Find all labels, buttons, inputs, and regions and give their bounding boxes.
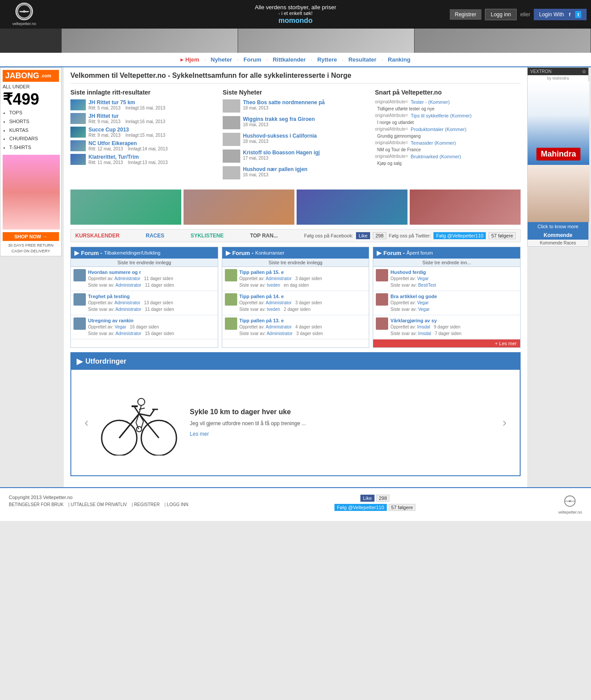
utfordringer-read-more-link[interactable]: Les mer bbox=[190, 431, 209, 437]
forum-creator-2-1[interactable]: Administrator bbox=[266, 276, 292, 281]
forum-svar-3-1[interactable]: BestiTest bbox=[418, 283, 436, 288]
forum-more-button[interactable]: + Les mer bbox=[373, 339, 520, 347]
forum-link-1-1[interactable]: Hvordan summere og r bbox=[88, 270, 141, 275]
footer: Copyright 2013 Veltepetter.no BETINGELSE… bbox=[0, 487, 591, 521]
news-date-4: 17 mai, 2013 bbox=[243, 156, 320, 160]
nav-nyheter[interactable]: Nyheter bbox=[207, 56, 235, 63]
register-button[interactable]: Registrer bbox=[450, 9, 482, 20]
forum-link-3-2[interactable]: Bra artikkel og gode bbox=[390, 294, 437, 299]
ritt-link-5[interactable]: Klatrerittet, Tur/Trim bbox=[88, 154, 168, 160]
footer-betingelser-link[interactable]: BETINGELSER FOR BRUK bbox=[9, 502, 63, 507]
forum-arrow-icon-2: ▶ bbox=[226, 249, 231, 256]
twitter-follow-button[interactable]: Følg @Veltepetter110 bbox=[433, 232, 486, 239]
ritt-link-4[interactable]: NC Utfor Eikerapen bbox=[88, 140, 168, 146]
news-thumb-3 bbox=[223, 133, 240, 146]
forum-link-3-3[interactable]: Vårklargjøring av sy bbox=[390, 318, 437, 323]
forum-svar-3-3[interactable]: Imsdal bbox=[418, 331, 431, 336]
news-link-3[interactable]: Hushovd-suksess i California bbox=[243, 133, 317, 139]
nav-resultater[interactable]: Resultater bbox=[345, 56, 380, 63]
news-date-5: 16 mai, 2013 bbox=[243, 172, 308, 177]
forum-creator-3-3[interactable]: Imsdal bbox=[417, 324, 430, 329]
forum-creator-3-2[interactable]: Vegar bbox=[417, 300, 429, 305]
forum-svar-1-1[interactable]: Administrator bbox=[115, 283, 141, 288]
left-sidebar: JABONG .com ALL UNDER ₹499 TOPS SHORTS K… bbox=[0, 67, 64, 487]
ritt-section-title: Siste innlagte ritt-resultater bbox=[70, 89, 216, 96]
jabong-shop-now-button[interactable]: SHOP NOW → bbox=[3, 232, 59, 241]
ritt-link-2[interactable]: JH Rittet tur bbox=[88, 113, 165, 119]
news-link-2[interactable]: Wiggins trakk seg fra Giroen bbox=[243, 116, 315, 122]
forum-link-2-2[interactable]: Tipp pallen på 14. e bbox=[239, 294, 284, 299]
forum-link-1-3[interactable]: Utregning av rankin bbox=[88, 318, 133, 323]
forum-creator-2-3[interactable]: Administrator bbox=[266, 324, 292, 329]
ritt-info-1: JH Rittet tur 75 km Ritt: 5 mai, 2013 In… bbox=[88, 99, 165, 110]
forum-item-info-2-1: Tipp pallen på 15. e Opprettet av: Admin… bbox=[239, 269, 322, 288]
footer-fb-like-button[interactable]: Like bbox=[360, 495, 374, 502]
forum-svar-1-3[interactable]: Administrator bbox=[115, 331, 141, 336]
forum-item-3-2: Bra artikkel og gode Opprettet av: Vegar… bbox=[373, 291, 520, 315]
loginwith-button[interactable]: Login With f t bbox=[534, 9, 587, 20]
footer-logg-inn-link[interactable]: LOGG INN bbox=[167, 502, 188, 507]
forum-link-1-2[interactable]: Treghet på testing bbox=[88, 294, 130, 299]
ritt-thumb-3 bbox=[70, 127, 86, 138]
social-links: Følg oss på Facebook: Like 298 Følg oss … bbox=[304, 232, 516, 239]
forum-meta-1-2: Opprettet av: Administrator 13 dager sid… bbox=[88, 299, 174, 313]
forum-creator-1-2[interactable]: Administrator bbox=[114, 300, 140, 305]
news-thumb-4 bbox=[223, 149, 240, 163]
forum-creator-1-1[interactable]: Administrator bbox=[114, 276, 140, 281]
tw-follow-label: Følg @Veltepetter110 bbox=[436, 233, 483, 238]
forum-svar-2-1[interactable]: tveden bbox=[267, 283, 280, 288]
carousel-prev-button[interactable]: ‹ bbox=[80, 411, 93, 434]
forum-creator-1-3[interactable]: Vegar bbox=[115, 324, 126, 329]
snart-link-9[interactable]: Bruktmarked (Kommer) bbox=[411, 154, 461, 159]
news-link-5[interactable]: Hushovd nær pallen igjen bbox=[243, 166, 308, 172]
nav-forum[interactable]: Forum bbox=[240, 56, 264, 63]
forum-svar-2-2[interactable]: tveden bbox=[267, 307, 280, 312]
footer-registrer-link[interactable]: REGISTRER bbox=[134, 502, 160, 507]
forum-title-2: Forum - bbox=[232, 250, 253, 256]
list-item: TOPS bbox=[9, 109, 59, 117]
header-banner: Alle verdens storbyer, alle priser - i e… bbox=[255, 4, 336, 25]
top-ran-link[interactable]: TOP RAN... bbox=[250, 233, 278, 239]
forum-svar-3-2[interactable]: Vegar bbox=[418, 307, 429, 312]
logo: veltepetter.no bbox=[4, 2, 44, 26]
races-link[interactable]: RACES bbox=[146, 233, 164, 239]
right-ad-by: by Mahindra bbox=[528, 75, 588, 81]
right-ad-btn[interactable]: Click to know more bbox=[528, 222, 588, 231]
nav-ryttere[interactable]: Ryttere bbox=[314, 56, 341, 63]
ritt-link-1[interactable]: JH Rittet tur 75 km bbox=[88, 99, 165, 106]
snart-attr-3: originalAttribute= bbox=[375, 113, 408, 118]
nav-sep-5: · bbox=[342, 57, 345, 63]
ritt-link-3[interactable]: Succe Cup 2013 bbox=[88, 127, 165, 133]
nav-home[interactable]: ▸ Hjem bbox=[177, 56, 202, 63]
list-item: T-SHIRTS bbox=[9, 143, 59, 152]
news-link-4[interactable]: Kristoff slo Boasson Hagen igj bbox=[243, 149, 320, 156]
forum-link-2-3[interactable]: Tipp pallen på 13. e bbox=[239, 318, 284, 323]
forum-item-info-1-3: Utregning av rankin Opprettet av: Vegar … bbox=[88, 317, 174, 337]
footer-uttalelse-link[interactable]: UTTALELSE OM PRIVATLIV bbox=[71, 502, 127, 507]
forum-svar-2-3[interactable]: Administrator bbox=[267, 331, 293, 336]
photo-strip bbox=[70, 190, 521, 225]
snart-item-3: originalAttribute=Tips til sykkelferie (… bbox=[375, 113, 521, 118]
forum-creator-3-1[interactable]: Vegar bbox=[417, 276, 429, 281]
snart-link-7[interactable]: Temasider (Kommer) bbox=[411, 140, 456, 146]
news-info-1: Theo Bos satte nordmennene på 18 mai, 20… bbox=[243, 99, 325, 110]
forum-link-2-1[interactable]: Tipp pallen på 15. e bbox=[239, 270, 284, 275]
snart-link-3[interactable]: Tips til sykkelferie (Kommer) bbox=[411, 113, 471, 118]
nav-ranking[interactable]: Ranking bbox=[384, 56, 414, 63]
forum-creator-2-2[interactable]: Administrator bbox=[266, 300, 292, 305]
forum-item-1-2: Treghet på testing Opprettet av: Adminis… bbox=[71, 291, 218, 315]
forum-link-3-1[interactable]: Hushovd ferdig bbox=[390, 270, 426, 275]
login-button[interactable]: Logg inn bbox=[485, 9, 517, 20]
footer-tw-follow-button[interactable]: Følg @Veltepetter110 bbox=[334, 504, 387, 511]
snart-link-1[interactable]: Tester - (Kommer) bbox=[411, 99, 450, 105]
facebook-like-button[interactable]: Like bbox=[356, 232, 370, 239]
carousel-next-button[interactable]: › bbox=[498, 411, 511, 434]
syklistene-link[interactable]: SYKLISTENE bbox=[191, 233, 224, 239]
kurskalender-link[interactable]: KURSKALENDER bbox=[75, 233, 120, 239]
snart-link-5[interactable]: Produktomtaler (Kommer) bbox=[411, 127, 466, 132]
news-link-1[interactable]: Theo Bos satte nordmennene på bbox=[243, 99, 325, 106]
nav-rittkalender[interactable]: Rittkalender bbox=[269, 56, 309, 63]
news-item-4: Kristoff slo Boasson Hagen igj 17 mai, 2… bbox=[223, 149, 368, 163]
forum-meta-1-3: Opprettet av: Vegar 16 dager sidenSiste … bbox=[88, 324, 174, 337]
forum-svar-1-2[interactable]: Administrator bbox=[115, 307, 141, 312]
